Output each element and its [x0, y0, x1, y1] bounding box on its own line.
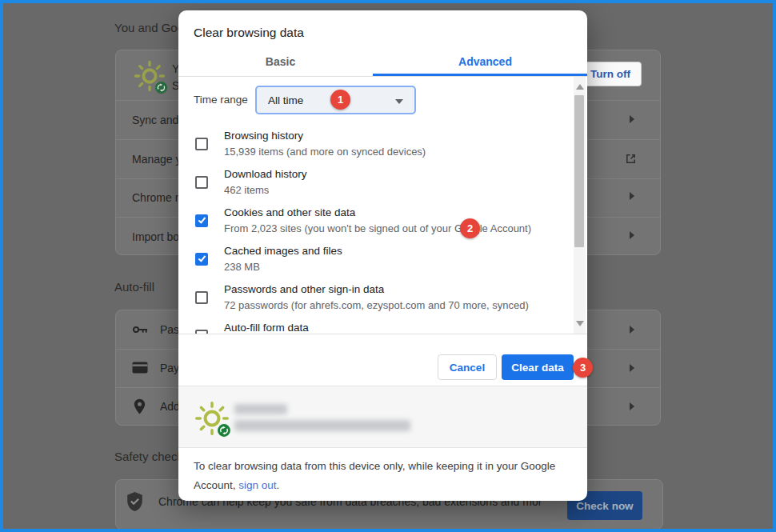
tab-advanced-label: Advanced	[458, 55, 512, 68]
section-title-you-and-google: You and Goo	[114, 21, 184, 34]
time-range-label: Time range	[194, 94, 248, 106]
row-download-history: Download history 462 items	[178, 164, 562, 202]
item-label: Cached images and files	[224, 245, 342, 257]
checkbox-download-history[interactable]	[195, 176, 208, 189]
section-title-safety-check: Safety check	[114, 450, 183, 463]
tab-advanced[interactable]: Advanced	[383, 47, 587, 76]
content-divider	[178, 334, 587, 334]
item-detail: From 2,023 sites (you won't be signed ou…	[224, 222, 531, 234]
step-badge-3: 3	[573, 358, 593, 378]
item-label: Passwords and other sign-in data	[224, 283, 384, 295]
dialog-scroll-content: Time range All time Browsing history 15,…	[178, 77, 587, 334]
open-in-new-icon	[625, 153, 637, 165]
dropdown-arrow-icon	[395, 99, 403, 104]
tab-basic[interactable]: Basic	[178, 47, 382, 76]
row-autofill-form-data: Auto-fill form data	[178, 318, 562, 334]
payment-card-icon	[132, 362, 148, 374]
item-detail: 72 passwords (for ahrefs.com, ezyspot.co…	[224, 299, 529, 311]
dialog-title: Clear browsing data	[194, 26, 304, 40]
turn-off-label: Turn off	[590, 68, 630, 80]
item-detail: 15,939 items (and more on synced devices…	[224, 146, 426, 158]
chevron-right-icon	[630, 115, 634, 123]
scrollbar-thumb[interactable]	[574, 95, 584, 247]
chevron-right-icon	[630, 192, 634, 200]
chevron-right-icon	[630, 364, 634, 372]
row-passwords-signin: Passwords and other sign-in data 72 pass…	[178, 279, 562, 318]
shield-check-icon	[126, 491, 144, 512]
tab-basic-label: Basic	[266, 55, 295, 68]
cancel-button[interactable]: Cancel	[438, 354, 497, 380]
checkmark-icon	[198, 254, 206, 262]
checkbox-browsing-history[interactable]	[195, 138, 208, 150]
row-browsing-history: Browsing history 15,939 items (and more …	[178, 126, 562, 164]
clear-data-label: Clear data	[511, 362, 563, 374]
turn-off-button[interactable]: Turn off	[579, 62, 642, 86]
step-badge-1: 1	[330, 90, 350, 110]
checkbox-cookies-site-data[interactable]	[195, 214, 208, 227]
bg-row-manage-account[interactable]: Manage yo	[132, 153, 180, 166]
dialog-scrollbar[interactable]	[574, 77, 586, 334]
chevron-right-icon	[630, 326, 634, 334]
time-range-value: All time	[268, 94, 303, 106]
checkbox-cached-images-files[interactable]	[195, 253, 208, 266]
account-name-redacted	[234, 404, 287, 414]
account-email-redacted	[234, 420, 410, 431]
row-cached-images-files: Cached images and files 238 MB	[178, 241, 562, 279]
account-strip	[178, 386, 587, 448]
clear-data-button[interactable]: Clear data	[502, 354, 574, 380]
clear-browsing-data-dialog: Clear browsing data Basic Advanced Time …	[178, 10, 587, 501]
item-detail: 238 MB	[224, 261, 260, 273]
active-tab-underline	[373, 74, 587, 76]
sync-badge-icon	[217, 423, 231, 438]
cancel-label: Cancel	[450, 362, 485, 374]
step-badge-2: 2	[460, 218, 480, 238]
item-label: Auto-fill form data	[224, 322, 309, 334]
chevron-right-icon	[630, 402, 634, 410]
bg-row-sync-google[interactable]: Sync and G	[132, 114, 180, 126]
chevron-right-icon	[630, 231, 634, 239]
signout-note-period: .	[277, 479, 280, 491]
location-pin-icon	[133, 398, 146, 415]
check-now-label: Check now	[576, 500, 633, 512]
bg-row-import-bookmarks[interactable]: Import boo	[132, 230, 180, 243]
sync-badge-icon	[154, 81, 168, 94]
item-label: Browsing history	[224, 130, 303, 142]
bg-row-chrome-name[interactable]: Chrome na	[132, 191, 180, 204]
scrollbar-up-arrow-icon[interactable]	[576, 84, 584, 90]
checkmark-icon	[198, 215, 206, 223]
checkbox-passwords-signin[interactable]	[195, 291, 208, 304]
scrollbar-down-arrow-icon[interactable]	[576, 321, 584, 326]
screenshot-frame: You and Goo You Syn Sync and G M	[0, 0, 776, 532]
signout-note: To clear browsing data from this device …	[194, 457, 568, 495]
item-label: Download history	[224, 168, 307, 180]
item-detail: 462 items	[224, 184, 269, 196]
section-title-autofill: Auto-fill	[114, 280, 154, 294]
row-cookies-site-data: Cookies and other site data From 2,023 s…	[178, 202, 562, 241]
sign-out-link[interactable]: sign out	[238, 479, 276, 491]
item-label: Cookies and other site data	[224, 206, 355, 218]
key-icon	[132, 323, 148, 336]
